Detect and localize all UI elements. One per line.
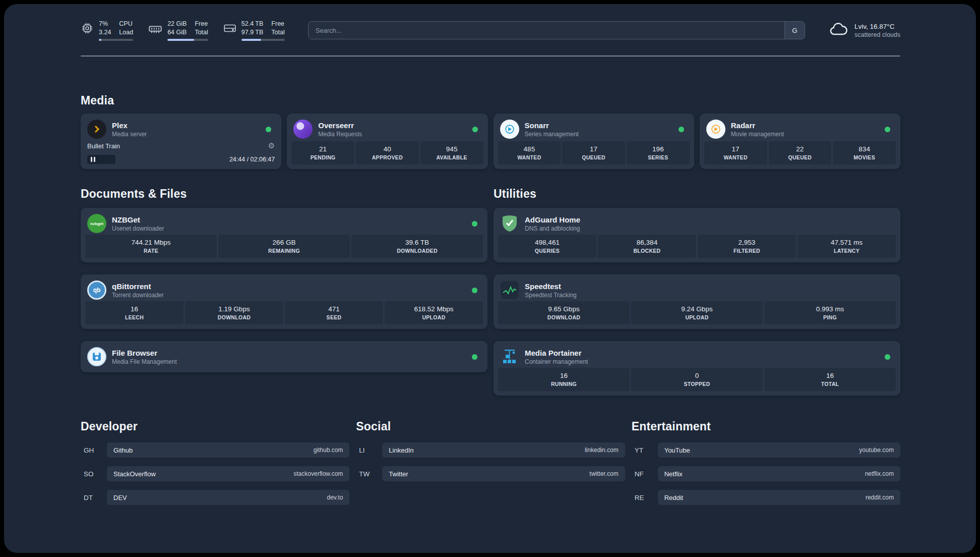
service-subtitle: Container management: [525, 358, 588, 365]
cpu-load: 3.24: [99, 28, 111, 37]
bookmark-github[interactable]: GH Github github.com: [81, 442, 349, 458]
bookmark-dev[interactable]: DT DEV dev.to: [81, 490, 349, 505]
stat-box-approved: 40 APPROVED: [356, 141, 419, 164]
service-card-qbittorrent[interactable]: qb qBittorrent Torrent downloader 16 LEE…: [81, 274, 487, 329]
stat-label: RUNNING: [551, 381, 577, 387]
service-name: Overseerr: [318, 121, 362, 130]
status-dot: [679, 127, 684, 132]
stat-box-movies: 834 MOVIES: [833, 141, 896, 164]
bookmark-abbr: TW: [356, 470, 382, 478]
stat-label: TOTAL: [821, 381, 839, 387]
stats-row: 744.21 Mbps RATE 266 GB REMAINING 39.6 T…: [85, 235, 483, 258]
stats-row: 9.65 Gbps DOWNLOAD 9.24 Gbps UPLOAD 0.99…: [498, 301, 896, 324]
pause-button[interactable]: [87, 155, 115, 164]
status-dot: [885, 354, 890, 360]
stat-label: REMAINING: [268, 248, 300, 254]
bookmark-linkedin[interactable]: LI LinkedIn linkedin.com: [356, 442, 625, 458]
section-title-developer: Developer: [81, 420, 349, 433]
plex-now-playing: Bullet Train ⚙ 24:44 / 02:06:47: [85, 140, 277, 164]
service-card-portainer[interactable]: Media Portainer Container management 16 …: [494, 341, 900, 396]
stat-label: QUEUED: [582, 154, 605, 160]
stat-value: 40: [384, 145, 391, 153]
bookmark-twitter[interactable]: TW Twitter twitter.com: [356, 466, 625, 481]
adguard-icon: [500, 214, 519, 233]
bookmark-url: dev.to: [327, 494, 343, 501]
ram-total-value: 64 GiB: [167, 28, 187, 37]
ram-free-value: 22 GiB: [167, 20, 187, 28]
documents-column: Documents & Files nzbget NZBGet Usenet d…: [81, 169, 487, 396]
stat-label: QUEUED: [788, 154, 812, 160]
stat-value: 9.24 Gbps: [681, 305, 712, 313]
service-name: Sonarr: [525, 121, 579, 130]
cloud-icon: [828, 19, 848, 41]
section-title-social: Social: [356, 420, 625, 433]
stat-box-seed: 471 SEED: [285, 301, 383, 324]
stat-label: APPROVED: [372, 154, 403, 160]
stat-value: 945: [446, 145, 458, 153]
bookmark-url: reddit.com: [866, 494, 894, 501]
service-card-filebrowser[interactable]: File Browser Media File Management: [81, 341, 487, 372]
stat-box-pending: 21 PENDING: [291, 141, 354, 164]
playback-time: 24:44 / 02:06:47: [229, 156, 275, 163]
section-title-entertainment: Entertainment: [632, 420, 900, 433]
service-subtitle: Movie management: [731, 131, 784, 138]
disk-total-value: 97.9 TB: [241, 28, 264, 37]
stat-box-remaining: 266 GB REMAINING: [218, 235, 350, 258]
bookmark-netflix[interactable]: NF Netflix netflix.com: [632, 466, 900, 481]
bookmark-stackoverflow[interactable]: SO StackOverflow stackoverflow.com: [81, 466, 349, 481]
stat-label: BLOCKED: [633, 248, 660, 254]
service-subtitle: Usenet downloader: [112, 225, 164, 232]
bookmarks-social: Social LI LinkedIn linkedin.com TW Twitt…: [356, 420, 625, 514]
disk-metric: 52.4 TB Free 97.9 TB Total: [241, 20, 285, 41]
stat-label: LEECH: [125, 314, 144, 320]
service-subtitle: Speedtest Tracking: [525, 292, 577, 299]
portainer-icon: [500, 347, 519, 366]
bookmarks-developer: Developer GH Github github.com SO StackO…: [81, 420, 349, 514]
stat-box-download: 1.19 Gbps DOWNLOAD: [185, 301, 283, 324]
cpu-usage-bar: [99, 39, 133, 41]
bookmark-url: twitter.com: [589, 470, 618, 477]
service-card-nzbget[interactable]: nzbget NZBGet Usenet downloader 744.21 M…: [81, 208, 487, 262]
service-card-radarr[interactable]: Radarr Movie management 17 WANTED 22 QUE…: [700, 114, 900, 169]
bookmark-name: Netflix: [664, 470, 683, 478]
bookmark-abbr: SO: [81, 470, 107, 478]
status-dot: [266, 127, 271, 132]
bookmark-abbr: NF: [632, 470, 658, 478]
disk-free-value: 52.4 TB: [241, 20, 264, 28]
stat-value: 0.993 ms: [816, 305, 844, 313]
cpu-icon: [81, 22, 94, 37]
cpu-label-bottom: Load: [119, 28, 133, 37]
bookmark-url: stackoverflow.com: [293, 470, 343, 477]
service-card-adguard[interactable]: AdGuard Home DNS and adblocking 498,461 …: [494, 208, 900, 262]
service-card-plex[interactable]: Plex Media server Bullet Train ⚙ 24:44 /…: [81, 114, 281, 169]
stat-value: 9.65 Gbps: [548, 305, 579, 313]
service-name: NZBGet: [112, 215, 164, 224]
gear-icon[interactable]: ⚙: [268, 141, 275, 150]
stat-value: 471: [328, 305, 340, 313]
service-name: qBittorrent: [112, 282, 164, 291]
stat-value: 16: [826, 372, 834, 379]
section-title-documents: Documents & Files: [81, 187, 487, 201]
weather-widget[interactable]: Lviv, 16.87°C scattered clouds: [828, 19, 900, 41]
stat-value: 47.571 ms: [831, 239, 863, 246]
bookmark-reddit[interactable]: RE Reddit reddit.com: [632, 490, 900, 505]
stat-box-download: 9.65 Gbps DOWNLOAD: [498, 301, 630, 324]
stat-label: PING: [823, 314, 837, 320]
cpu-percent: 7%: [99, 20, 111, 28]
stats-row: 16 RUNNING 0 STOPPED 16 TOTAL: [498, 368, 896, 391]
search-engine-button[interactable]: G: [784, 22, 805, 39]
disk-total-label: Total: [271, 28, 284, 37]
service-card-speedtest[interactable]: Speedtest Speedtest Tracking 9.65 Gbps D…: [494, 274, 900, 329]
utilities-column: Utilities AdGuard Home DNS and adblockin…: [494, 169, 900, 396]
service-card-overseerr[interactable]: Overseerr Media Requests 21 PENDING 40 A…: [287, 114, 487, 169]
search-bar: G: [308, 21, 805, 39]
stat-box-upload: 9.24 Gbps UPLOAD: [631, 301, 763, 324]
bookmark-url: linkedin.com: [585, 447, 619, 454]
service-subtitle: Media server: [112, 131, 147, 138]
search-input[interactable]: [308, 21, 805, 39]
bookmark-name: Reddit: [664, 494, 684, 502]
bookmark-youtube[interactable]: YT YouTube youtube.com: [632, 442, 900, 458]
stat-label: WANTED: [517, 154, 541, 160]
stat-value: 498,461: [535, 239, 560, 246]
service-card-sonarr[interactable]: Sonarr Series management 485 WANTED 17 Q…: [494, 114, 694, 169]
